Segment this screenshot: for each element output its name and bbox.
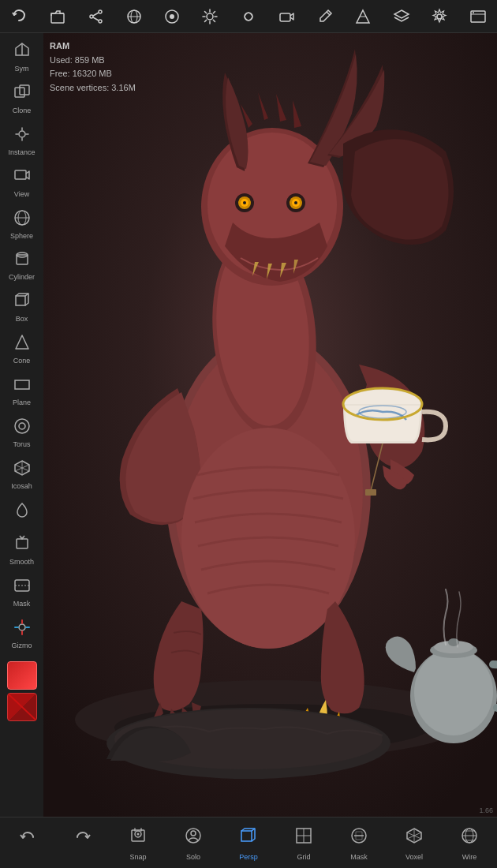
voxel-icon [404, 825, 424, 851]
version-number: 1.66 [479, 806, 493, 814]
sidebar-item-cylinder[interactable]: Cylinder [2, 245, 42, 286]
sidebar-item-sphere-label: Sphere [10, 233, 33, 241]
svg-rect-39 [15, 170, 26, 179]
svg-rect-21 [280, 13, 290, 21]
sidebar-item-cone-label: Cone [13, 357, 31, 365]
voxel-button[interactable]: Voxel [390, 821, 438, 865]
persp-button[interactable]: Persp [225, 821, 272, 865]
mask-bottom-label: Mask [350, 853, 368, 861]
main-viewport[interactable]: RAM Used: 859 MB Free: 16320 MB Scene ve… [43, 33, 497, 817]
redo-icon [73, 829, 93, 855]
sidebar-item-sym[interactable]: Sym [2, 37, 42, 77]
sidebar-item-sphere[interactable]: Sphere [2, 204, 42, 245]
mask-icon [13, 576, 32, 599]
solo-label: Solo [186, 853, 200, 861]
grid-icon [293, 825, 314, 851]
svg-marker-25 [394, 10, 409, 18]
undo-button[interactable] [5, 2, 33, 31]
svg-rect-55 [17, 539, 28, 548]
sidebar-item-instance-label: Instance [8, 149, 35, 157]
materials-button[interactable] [120, 2, 148, 31]
cylinder-icon [13, 249, 32, 272]
layers-button[interactable] [387, 2, 416, 31]
sidebar-item-mask-label: Mask [13, 600, 31, 608]
sidebar-item-box[interactable]: Box [2, 287, 42, 327]
svg-point-3 [99, 20, 102, 23]
svg-line-4 [93, 13, 99, 16]
mask-bottom-button[interactable]: Mask [335, 821, 383, 865]
svg-point-34 [19, 131, 25, 137]
svg-marker-47 [16, 335, 28, 349]
topology-button[interactable] [349, 2, 377, 31]
redo-bottom-button[interactable] [59, 821, 106, 865]
svg-point-1 [90, 15, 93, 18]
primary-brush-color[interactable] [7, 661, 37, 690]
view-icon [13, 166, 32, 189]
svg-line-5 [93, 17, 99, 21]
svg-line-16 [205, 11, 207, 13]
svg-point-77 [243, 201, 246, 204]
svg-line-19 [205, 20, 207, 21]
persp-label: Persp [239, 853, 258, 861]
open-button[interactable] [43, 2, 72, 31]
sidebar-item-clone-label: Clone [13, 107, 32, 115]
svg-rect-0 [51, 13, 64, 23]
drop-icon [13, 500, 32, 523]
svg-point-2 [99, 10, 102, 13]
sidebar-item-plane[interactable]: Plane [2, 371, 42, 411]
sidebar-item-clone[interactable]: Clone [2, 79, 42, 119]
sym-icon [13, 41, 32, 64]
sidebar-item-drop[interactable] [2, 496, 42, 529]
svg-line-64 [8, 694, 36, 720]
sidebar-item-smooth-label: Smooth [9, 559, 34, 567]
light-button[interactable] [196, 2, 224, 31]
postprocess-button[interactable] [234, 2, 263, 31]
svg-line-17 [214, 20, 215, 21]
camera-button[interactable] [272, 2, 301, 31]
brush-button[interactable] [311, 2, 339, 31]
gizmo-icon [13, 618, 32, 641]
sphere-icon [13, 208, 32, 231]
mask-bottom-icon [349, 825, 369, 851]
wire-button[interactable]: Wire [446, 821, 493, 865]
sidebar-item-view[interactable]: View [2, 163, 42, 203]
snap-button[interactable]: Snap [114, 821, 162, 865]
sidebar-item-smooth[interactable]: Smooth [2, 530, 42, 571]
secondary-brush-color[interactable] [7, 693, 37, 721]
undo-bottom-button[interactable] [4, 821, 51, 865]
sidebar-item-gizmo-label: Gizmo [11, 642, 32, 650]
svg-rect-100 [132, 830, 144, 841]
bottom-toolbar: Snap Solo Persp [0, 817, 497, 868]
snap-label: Snap [129, 853, 146, 861]
torus-icon [13, 417, 32, 440]
sidebar-item-mask[interactable]: Mask [2, 572, 42, 612]
plane-icon [13, 375, 32, 398]
settings-button[interactable] [425, 2, 454, 31]
hdri-button[interactable] [158, 2, 186, 31]
voxel-label: Voxel [405, 853, 423, 861]
fullscreen-button[interactable] [464, 2, 492, 31]
solo-button[interactable]: Solo [170, 821, 217, 865]
cone-icon [13, 333, 32, 356]
undo-icon [17, 829, 38, 855]
sidebar-item-cone[interactable]: Cone [2, 329, 42, 369]
sidebar-item-instance[interactable]: Instance [2, 121, 42, 161]
share-button[interactable] [81, 2, 110, 31]
sidebar-item-box-label: Box [16, 316, 28, 324]
grid-button[interactable]: Grid [280, 821, 327, 865]
snap-icon [128, 825, 148, 851]
svg-point-81 [294, 201, 297, 204]
instance-icon [13, 125, 32, 148]
dragon-scene [43, 33, 497, 817]
sidebar-item-gizmo[interactable]: Gizmo [2, 614, 42, 654]
sidebar-item-sym-label: Sym [15, 65, 29, 73]
sidebar-item-icosah[interactable]: Icosah [2, 455, 42, 495]
left-sidebar: Sym Clone Instance [0, 33, 43, 817]
svg-point-50 [19, 423, 25, 429]
wire-icon [459, 825, 480, 851]
svg-rect-45 [16, 296, 25, 305]
svg-rect-105 [241, 831, 252, 841]
icosah-icon [13, 458, 32, 481]
sidebar-item-torus-label: Torus [13, 441, 30, 449]
sidebar-item-torus[interactable]: Torus [2, 413, 42, 453]
